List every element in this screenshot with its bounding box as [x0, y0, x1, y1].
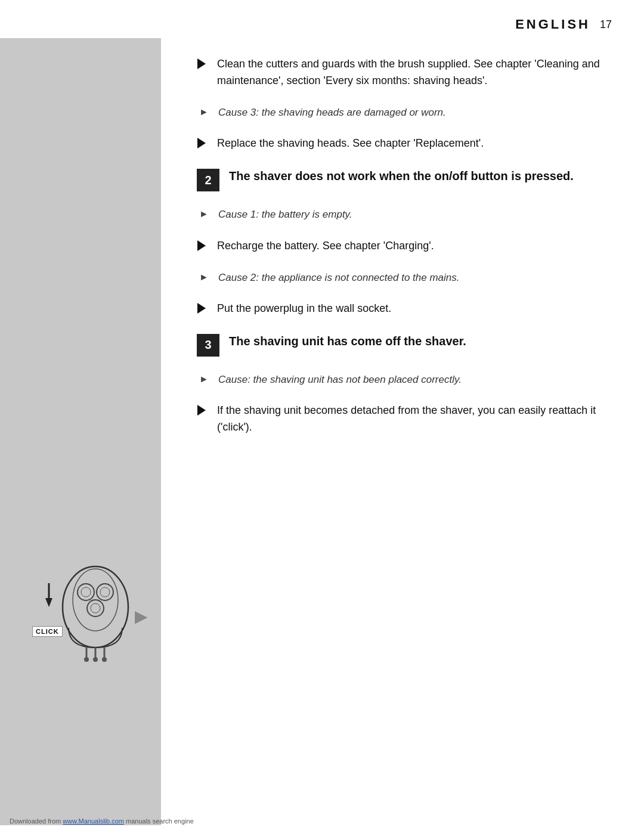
- svg-point-6: [100, 587, 110, 597]
- cause-arrow-icon: ►: [199, 374, 212, 385]
- cause-arrow-icon: ►: [199, 209, 212, 219]
- svg-marker-20: [197, 405, 206, 416]
- cause-item: ► Cause 3: the shaving heads are damaged…: [199, 105, 612, 120]
- list-item: Recharge the battery. See chapter 'Charg…: [197, 238, 612, 255]
- section-header-3: 3 The shaving unit has come off the shav…: [197, 333, 612, 357]
- svg-point-7: [91, 603, 100, 613]
- bullet-text: Clean the cutters and guards with the br…: [217, 56, 612, 89]
- svg-point-2: [78, 584, 94, 600]
- footer-link[interactable]: www.Manualslib.com: [63, 817, 124, 825]
- svg-point-9: [84, 657, 89, 662]
- section-header-2: 2 The shaver does not work when the on/o…: [197, 168, 612, 191]
- svg-point-13: [102, 657, 107, 662]
- cause-text: Cause: the shaving unit has not been pla…: [218, 372, 462, 388]
- cause-item: ► Cause: the shaving unit has not been p…: [199, 372, 612, 388]
- bullet-triangle-icon: [197, 405, 210, 418]
- page-header: ENGLISH 17: [0, 0, 644, 38]
- sidebar-image-container: CLICK ▶: [0, 550, 161, 682]
- section-header-text-3: The shaving unit has come off the shaver…: [229, 333, 466, 349]
- shaver-illustration: CLICK ▶: [24, 559, 137, 673]
- svg-point-3: [97, 584, 113, 600]
- cause-item: ► Cause 2: the appliance is not connecte…: [199, 270, 612, 286]
- content-area: Clean the cutters and guards with the br…: [161, 38, 644, 825]
- footer-text-after: manuals search engine: [124, 817, 194, 825]
- footer-text-before: Downloaded from: [10, 817, 63, 825]
- cause-text: Cause 1: the battery is empty.: [218, 207, 352, 222]
- svg-marker-19: [197, 303, 206, 314]
- svg-point-11: [93, 657, 98, 662]
- list-item: Clean the cutters and guards with the br…: [197, 56, 612, 89]
- footer: Downloaded from www.Manualslib.com manua…: [10, 817, 194, 825]
- list-item: If the shaving unit becomes detached fro…: [197, 402, 612, 436]
- svg-point-4: [87, 600, 104, 617]
- svg-marker-17: [197, 138, 206, 148]
- svg-point-0: [63, 566, 128, 648]
- bullet-text: Replace the shaving heads. See chapter '…: [217, 135, 484, 152]
- cause-arrow-icon: ►: [199, 272, 212, 283]
- image-arrow-icon: ▶: [135, 606, 148, 626]
- language-label: ENGLISH: [515, 17, 590, 32]
- main-layout: CLICK ▶ Clean the cutters and guards wit…: [0, 38, 644, 825]
- bullet-text: Recharge the battery. See chapter 'Charg…: [217, 238, 434, 255]
- bullet-text: Put the powerplug in the wall socket.: [217, 301, 391, 317]
- bullet-triangle-icon: [197, 240, 210, 253]
- sidebar: CLICK ▶: [0, 38, 161, 825]
- bullet-triangle-icon: [197, 58, 210, 72]
- bullet-triangle-icon: [197, 303, 210, 316]
- section-badge-2: 2: [197, 169, 219, 191]
- svg-marker-16: [197, 58, 206, 69]
- bullet-text: If the shaving unit becomes detached fro…: [217, 402, 612, 436]
- page-number: 17: [600, 18, 612, 31]
- section-badge-3: 3: [197, 334, 219, 357]
- bullet-triangle-icon: [197, 138, 210, 151]
- svg-marker-14: [45, 598, 52, 607]
- cause-text: Cause 2: the appliance is not connected …: [218, 270, 459, 286]
- svg-marker-18: [197, 240, 206, 251]
- cause-text: Cause 3: the shaving heads are damaged o…: [218, 105, 446, 120]
- list-item: Replace the shaving heads. See chapter '…: [197, 135, 612, 152]
- section-header-text-2: The shaver does not work when the on/off…: [229, 168, 574, 184]
- list-item: Put the powerplug in the wall socket.: [197, 301, 612, 317]
- cause-item: ► Cause 1: the battery is empty.: [199, 207, 612, 222]
- click-label: CLICK: [32, 626, 63, 637]
- svg-point-5: [81, 587, 91, 597]
- cause-arrow-icon: ►: [199, 107, 212, 117]
